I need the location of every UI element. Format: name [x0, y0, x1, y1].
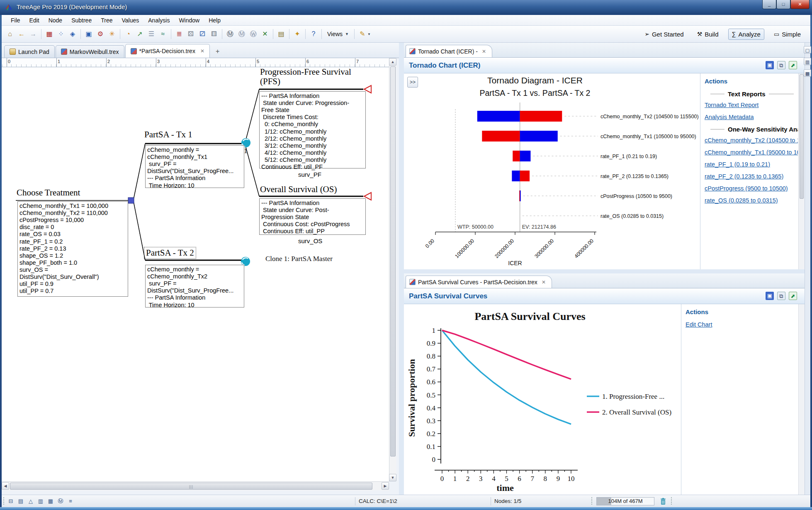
microsimulation-icon[interactable]: Ⓜ	[56, 497, 65, 505]
copy-chart-icon[interactable]: ⧉	[777, 61, 785, 69]
scroll-up-arrow[interactable]: ▲	[389, 58, 396, 66]
run-gc-trash-icon[interactable]	[659, 497, 667, 505]
preferences-icon[interactable]: ✳	[107, 29, 117, 39]
console-icon[interactable]: ⊟	[7, 497, 15, 505]
actions-scrollbar[interactable]	[798, 304, 805, 495]
menu-item-tree[interactable]: Tree	[97, 16, 117, 25]
vertical-scrollbar[interactable]: ▲ ▼	[389, 58, 396, 481]
rankings-icon[interactable]: ◔	[123, 29, 134, 39]
terminal-os-variables-box[interactable]: --- PartSA Information State under Curve…	[259, 198, 366, 235]
vertical-splitter[interactable]	[399, 43, 404, 495]
menu-item-window[interactable]: Window	[175, 16, 204, 25]
root-node-label[interactable]: Choose Treatment	[17, 188, 80, 198]
action-link[interactable]: cPostProgress (9500 to 10500)	[705, 185, 798, 192]
help-icon[interactable]: ?	[308, 29, 319, 39]
back-icon[interactable]: ←	[16, 29, 27, 39]
actions-scroll-thumb[interactable]	[800, 74, 804, 199]
analyze-button[interactable]: ∑Analyze	[728, 29, 764, 40]
tornado-icon[interactable]: ≣	[174, 29, 185, 39]
export-chart-icon[interactable]: ⬈	[789, 292, 797, 300]
wand-tool-icon[interactable]: ✎	[357, 29, 368, 39]
save-icon[interactable]: ▣	[83, 29, 94, 39]
tab-close-icon[interactable]: ✕	[482, 49, 486, 54]
sensitivity-icon[interactable]: ≈	[158, 29, 168, 39]
save-chart-icon[interactable]: ▣	[766, 61, 774, 69]
tab-tornado-chart[interactable]: Tornado Chart (ICER) - ✕	[406, 45, 492, 57]
editor-tab-1[interactable]: Launch Pad	[4, 45, 55, 58]
get-started-button[interactable]: ➢Get Started	[641, 29, 687, 40]
root-variables-box[interactable]: cChemo_monthly_Tx1 = 100,000cChemo_month…	[17, 201, 128, 297]
tab-close-icon[interactable]: ✕	[542, 279, 546, 285]
menu-item-values[interactable]: Values	[117, 16, 143, 25]
export-chart-icon[interactable]: ⬈	[789, 61, 797, 69]
menu-item-help[interactable]: Help	[204, 16, 225, 25]
maximize-button[interactable]: □	[776, 0, 790, 9]
terminal-pfs-variables-box[interactable]: --- PartSA Information State under Curve…	[259, 91, 366, 168]
menu-item-node[interactable]: Node	[44, 16, 66, 25]
restore-panel-icon[interactable]: ▢	[804, 46, 811, 54]
minimize-button[interactable]: _	[762, 0, 776, 9]
horizontal-scroll-thumb[interactable]: |||	[10, 483, 372, 490]
editor-tab-2[interactable]: MarkovWeibull.trex	[56, 45, 124, 58]
forward-icon[interactable]: →	[28, 29, 39, 39]
tree-settings-icon[interactable]: ⚙	[95, 29, 106, 39]
trials-icon[interactable]: ⚅	[209, 29, 219, 39]
actions-view-icon[interactable]: ▩	[804, 69, 811, 77]
tab-close-icon[interactable]: ✕	[200, 48, 204, 54]
save-chart-icon[interactable]: ▣	[766, 292, 774, 300]
collapse-palette-button[interactable]: >>	[407, 77, 418, 88]
wand-chevron-icon[interactable]: ▼	[367, 32, 371, 36]
new-tab-button[interactable]: +	[213, 48, 222, 55]
editor-tab-3[interactable]: *PartSA-Decision.trex✕	[125, 44, 210, 58]
tornado-view-icon[interactable]: ▥	[804, 58, 811, 65]
expected-value-list-icon[interactable]: ☰	[146, 29, 157, 39]
keys-icon[interactable]: ✦	[292, 29, 303, 39]
action-link[interactable]: rate_PF_2 (0.1235 to 0.1365)	[705, 173, 798, 180]
simulate-icon[interactable]: ⚂	[197, 29, 208, 39]
horizontal-splitter[interactable]	[404, 269, 805, 273]
terminal-pfs-payoff[interactable]: surv_PF	[298, 171, 321, 178]
variables-report-icon[interactable]: ▤	[17, 497, 25, 505]
excel-export-icon[interactable]: ✕	[260, 29, 270, 39]
calc-console-icon[interactable]: ≡	[66, 497, 75, 505]
views-dropdown[interactable]: Views▼	[324, 29, 352, 39]
action-link[interactable]: Analysis Metadata	[705, 114, 798, 120]
home-icon[interactable]: ⌂	[5, 29, 15, 39]
open-tree-icon[interactable]: ▦	[44, 29, 55, 39]
database-icon[interactable]: ▤	[276, 29, 287, 39]
scroll-down-arrow[interactable]: ▼	[389, 474, 396, 481]
uncertainty-icon[interactable]: Ⓦ	[248, 29, 259, 39]
horizontal-scrollbar[interactable]: ◀ ||| ▶	[2, 481, 389, 490]
menu-item-file[interactable]: File	[7, 16, 24, 25]
rollback-icon[interactable]: Ⓜ	[236, 29, 247, 39]
excel-report-icon[interactable]: ▥	[36, 497, 45, 505]
simple-button[interactable]: ▭Simple	[770, 29, 805, 40]
menu-item-edit[interactable]: Edit	[25, 16, 44, 25]
action-link[interactable]: rate_OS (0.0285 to 0.0315)	[705, 197, 798, 204]
edit-chart-link[interactable]: Edit Chart	[686, 321, 780, 328]
menu-item-analysis[interactable]: Analysis	[144, 16, 174, 25]
branch-tx2-label[interactable]: PartSA - Tx 2	[144, 247, 196, 259]
terminal-os-label[interactable]: Overall Survival (OS)	[260, 184, 337, 195]
tab-survival-curves[interactable]: PartSA Survival Curves - PartSA-Decision…	[406, 276, 552, 288]
actions-scrollbar[interactable]	[798, 73, 805, 269]
action-link[interactable]: cChemo_monthly_Tx1 (95000 to 105000)	[705, 149, 798, 156]
copy-chart-icon[interactable]: ⧉	[777, 292, 785, 300]
branch-tx1-label[interactable]: PartSA - Tx 1	[144, 129, 192, 140]
values-report-icon[interactable]: ▦	[46, 497, 55, 505]
markov-info-icon[interactable]: △	[27, 497, 35, 505]
ev-calc-icon[interactable]: Ⓜ	[225, 29, 236, 39]
node-palette-icon[interactable]: ⁘	[56, 29, 66, 39]
scroll-left-arrow[interactable]: ◀	[2, 482, 9, 490]
menu-item-subtree[interactable]: Subtree	[67, 16, 96, 25]
scroll-right-arrow[interactable]: ▶	[382, 482, 389, 490]
vertical-scroll-thumb[interactable]	[390, 66, 396, 456]
graph-icon[interactable]: ↗	[134, 29, 145, 39]
close-button[interactable]: ✕	[790, 0, 810, 9]
branch-tx2-variables-box[interactable]: cChemo_monthly =cChemo_monthly_Tx2 surv_…	[145, 265, 244, 307]
build-button[interactable]: ⚒Build	[693, 29, 722, 40]
action-link[interactable]: Tornado Text Report	[705, 102, 798, 108]
branch-tx1-variables-box[interactable]: cChemo_monthly =cChemo_monthly_Tx1 surv_…	[145, 145, 244, 188]
monte-carlo-icon[interactable]: ⚄	[185, 29, 196, 39]
action-link[interactable]: rate_PF_1 (0.19 to 0.21)	[705, 161, 798, 168]
